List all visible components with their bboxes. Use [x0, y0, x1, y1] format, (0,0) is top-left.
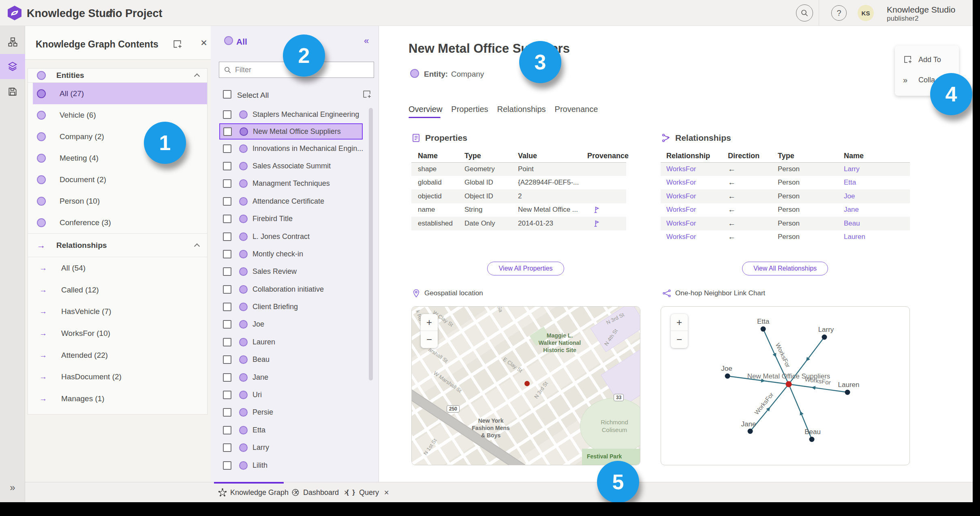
- relationship-link[interactable]: WorksFor: [666, 219, 696, 227]
- list-item[interactable]: Larry: [211, 439, 379, 456]
- kg-close-button[interactable]: ✕: [199, 38, 209, 49]
- select-all-checkbox[interactable]: [223, 90, 231, 99]
- user-avatar[interactable]: KS: [858, 5, 874, 21]
- item-checkbox[interactable]: [223, 373, 231, 382]
- tab-provenance[interactable]: Provenance: [555, 105, 598, 118]
- provenance-flag-icon[interactable]: [587, 206, 626, 214]
- zoom-in-button[interactable]: +: [671, 314, 688, 331]
- entity-type-row[interactable]: Vehicle (6): [28, 104, 207, 126]
- list-item[interactable]: Jane: [211, 368, 379, 386]
- rail-expand-button[interactable]: »: [0, 479, 25, 496]
- entity-type-row[interactable]: Conference (3): [28, 212, 207, 233]
- view-all-properties-button[interactable]: View All Properties: [487, 262, 564, 275]
- menu-item-add-to[interactable]: Add To: [895, 50, 959, 69]
- rail-save-button[interactable]: [0, 79, 25, 104]
- relationship-type-row[interactable]: → HasDocument (2): [28, 366, 207, 388]
- item-checkbox[interactable]: [223, 320, 231, 329]
- relationship-type-row[interactable]: → Manages (1): [28, 388, 207, 410]
- list-item[interactable]: Innovations in Mechanical Engin...: [211, 140, 379, 157]
- relationship-link[interactable]: WorksFor: [666, 206, 696, 213]
- tab-properties[interactable]: Properties: [451, 105, 488, 118]
- item-checkbox[interactable]: [223, 215, 231, 223]
- list-item[interactable]: Staplers Mechanical Engineering: [211, 106, 379, 123]
- rail-data-model-button[interactable]: [0, 29, 25, 54]
- collapse-panel-icon[interactable]: «: [364, 36, 369, 46]
- tab-relationships[interactable]: Relationships: [497, 105, 546, 118]
- item-checkbox[interactable]: [223, 461, 231, 470]
- app-logo-icon[interactable]: [7, 5, 22, 21]
- tab-query[interactable]: { } Query ✕: [346, 482, 389, 503]
- item-checkbox[interactable]: [223, 285, 231, 294]
- list-item[interactable]: Lilith: [211, 456, 379, 474]
- list-item[interactable]: Attendance Certificate: [211, 193, 379, 210]
- related-name-link[interactable]: Beau: [844, 219, 860, 227]
- chevron-up-icon[interactable]: [194, 73, 200, 79]
- list-item[interactable]: Persie: [211, 404, 379, 421]
- list-item[interactable]: Collaboration initiative: [211, 281, 379, 298]
- item-checkbox[interactable]: [223, 232, 231, 241]
- tab-overview[interactable]: Overview: [409, 105, 442, 118]
- list-scrollbar[interactable]: [369, 108, 373, 381]
- entities-section-header[interactable]: Entities: [28, 69, 207, 83]
- item-checkbox[interactable]: [223, 250, 231, 258]
- account-info[interactable]: Knowledge Studio publisher2: [887, 5, 955, 23]
- item-checkbox[interactable]: [223, 267, 231, 276]
- related-name-link[interactable]: Jane: [844, 206, 859, 213]
- item-checkbox[interactable]: [223, 338, 231, 346]
- item-checkbox[interactable]: [223, 355, 231, 364]
- item-checkbox[interactable]: [223, 179, 231, 188]
- tab-dashboard[interactable]: Dashboard ✕: [291, 482, 349, 503]
- close-tab-icon[interactable]: ✕: [384, 489, 389, 497]
- relationship-type-row[interactable]: → Attended (22): [28, 344, 207, 366]
- chevron-up-icon[interactable]: [194, 243, 200, 249]
- item-checkbox[interactable]: [223, 144, 231, 153]
- item-checkbox[interactable]: [223, 110, 231, 119]
- item-checkbox[interactable]: [223, 443, 231, 452]
- list-item[interactable]: Sales Review: [211, 263, 379, 280]
- item-checkbox[interactable]: [223, 391, 231, 399]
- list-item[interactable]: Beau: [211, 351, 379, 368]
- item-checkbox[interactable]: [223, 426, 231, 434]
- one-hop-link-chart[interactable]: Etta Larry Joe Lauren Jane Beau New Meta…: [661, 306, 910, 465]
- list-item[interactable]: Uri: [211, 386, 379, 404]
- entity-type-row[interactable]: Document (2): [28, 169, 207, 190]
- relationships-section-header[interactable]: → Relationships: [28, 233, 207, 257]
- list-item[interactable]: New Metal Office Suppliers: [219, 123, 363, 140]
- item-checkbox[interactable]: [223, 197, 231, 206]
- relationship-link[interactable]: WorksFor: [666, 233, 696, 241]
- link-chart-canvas[interactable]: Etta Larry Joe Lauren Jane Beau New Meta…: [661, 307, 910, 465]
- search-button[interactable]: [796, 4, 813, 22]
- edit-title-icon[interactable]: [105, 8, 115, 18]
- entity-type-row[interactable]: All (27): [33, 83, 207, 104]
- kg-add-to-new-button[interactable]: [172, 39, 183, 49]
- item-checkbox[interactable]: [223, 127, 232, 136]
- list-item[interactable]: Joe: [211, 316, 379, 333]
- related-name-link[interactable]: Larry: [844, 165, 860, 173]
- add-to-new-button[interactable]: [362, 89, 372, 99]
- relationship-type-row[interactable]: → Called (12): [28, 279, 207, 301]
- related-name-link[interactable]: Etta: [844, 178, 856, 186]
- map-canvas[interactable]: Richmond Coliseum Festival Park k Rd Sa …: [412, 307, 640, 465]
- list-item[interactable]: Client Briefing: [211, 298, 379, 316]
- related-name-link[interactable]: Lauren: [844, 233, 865, 241]
- item-checkbox[interactable]: [223, 162, 231, 170]
- relationship-type-row[interactable]: → HasVehicle (7): [28, 301, 207, 322]
- relationship-type-row[interactable]: → All (54): [28, 257, 207, 279]
- related-name-link[interactable]: Joe: [844, 192, 855, 200]
- relationship-link[interactable]: WorksFor: [666, 178, 696, 186]
- list-item[interactable]: L. Jones Contract: [211, 228, 379, 245]
- list-item[interactable]: Lauren: [211, 333, 379, 351]
- list-item[interactable]: Firebird Title: [211, 210, 379, 228]
- entity-type-row[interactable]: Person (10): [28, 190, 207, 212]
- help-button[interactable]: ?: [831, 5, 847, 21]
- item-checkbox[interactable]: [223, 408, 231, 417]
- relationship-link[interactable]: WorksFor: [666, 192, 696, 200]
- item-checkbox[interactable]: [223, 303, 231, 311]
- provenance-flag-icon[interactable]: [587, 219, 626, 228]
- relationship-type-row[interactable]: → WorksFor (10): [28, 322, 207, 344]
- tab-knowledge-graph[interactable]: Knowledge Graph ✕: [218, 482, 299, 503]
- geospatial-map[interactable]: Richmond Coliseum Festival Park k Rd Sa …: [411, 306, 640, 465]
- list-item[interactable]: Managment Techniques: [211, 175, 379, 192]
- rail-contents-button[interactable]: [0, 54, 25, 79]
- relationship-link[interactable]: WorksFor: [666, 165, 696, 173]
